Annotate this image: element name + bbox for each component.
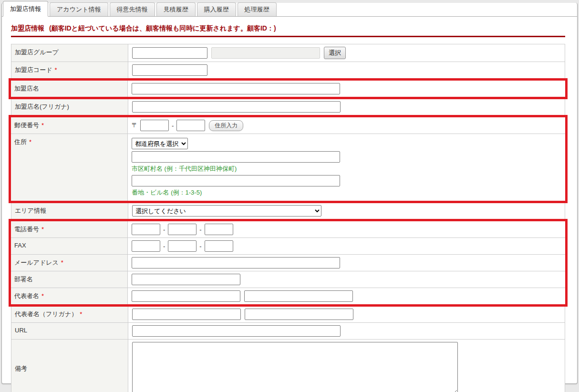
merchant-group-select-button[interactable]: 選択 (324, 47, 346, 59)
postal-code-input-2[interactable] (176, 120, 205, 131)
merchant-name-input[interactable] (132, 83, 340, 94)
label-text: 電話番号 (14, 226, 39, 233)
label-text: URL (15, 327, 27, 334)
row-email: メールアドレス* (11, 255, 565, 271)
dash-separator: - (199, 243, 201, 250)
label-text: 加盟店名 (14, 85, 39, 92)
merchant-name-value (128, 81, 565, 97)
row-postal-code: 郵便番号* 〒 - 住所入力 (11, 117, 565, 134)
email-label: メールアドレス* (11, 255, 128, 271)
notes-textarea[interactable] (132, 342, 458, 392)
row-merchant-name: 加盟店名 (11, 81, 565, 97)
phone-value: - - (128, 221, 565, 237)
label-text: 代表者名（フリガナ） (15, 310, 77, 318)
merchant-code-value (128, 62, 565, 78)
fax-input-1[interactable] (132, 240, 160, 252)
highlight-merchant-name: 加盟店名 (9, 78, 568, 99)
row-merchant-name-kana: 加盟店名(フリガナ) (11, 99, 565, 115)
street-hint: 番地・ビル名 (例：1-3-5) (132, 188, 202, 197)
postal-code-input-1[interactable] (140, 120, 169, 131)
tab-quote-history[interactable]: 見積履歴 (156, 2, 196, 16)
notes-label: 備考 (11, 340, 128, 392)
representative-kana-input-first[interactable] (245, 309, 353, 320)
merchant-group-display (211, 47, 320, 59)
dash-separator: - (163, 243, 165, 250)
phone-input-3[interactable] (205, 224, 233, 235)
tab-customer-info[interactable]: 得意先情報 (110, 2, 155, 16)
email-input[interactable] (132, 257, 340, 268)
merchant-name-kana-label: 加盟店名(フリガナ) (11, 99, 128, 115)
phone-input-1[interactable] (132, 224, 160, 235)
tab-purchase-history[interactable]: 購入履歴 (197, 2, 236, 16)
label-text: 加盟店グループ (15, 49, 59, 56)
required-marker: * (41, 292, 44, 299)
label-text: 代表者名 (14, 292, 39, 299)
representative-kana-value (128, 306, 565, 322)
merchant-form: 加盟店グループ 選択 加盟店コード* (11, 44, 565, 392)
row-area-info: エリア情報 選択してください (11, 203, 565, 219)
dash-separator: - (172, 122, 174, 129)
representative-label: 代表者名* (11, 288, 128, 304)
fax-input-3[interactable] (205, 240, 233, 252)
representative-input-last[interactable] (132, 290, 240, 302)
merchant-code-input[interactable] (132, 64, 207, 76)
row-representative-kana: 代表者名（フリガナ）* (11, 306, 565, 323)
prefecture-select[interactable]: 都道府県を選択 (132, 138, 188, 149)
representative-kana-input-last[interactable] (132, 309, 241, 320)
page-title-note: (顧客IDと紐づいている場合は、顧客情報も同時に更新されます。顧客ID：) (49, 24, 276, 32)
city-input[interactable] (132, 151, 340, 163)
tab-process-history[interactable]: 処理履歴 (238, 2, 277, 16)
department-value (128, 271, 565, 288)
row-address: 住所* 都道府県を選択 市区町村名 (例：千代田区神田神保町) 番地・ビル名 (… (11, 134, 565, 201)
merchant-group-input[interactable] (132, 47, 207, 59)
label-text: FAX (14, 242, 26, 249)
title-divider (11, 36, 565, 37)
url-input[interactable] (132, 325, 341, 337)
postal-code-value: 〒 - 住所入力 (128, 117, 565, 134)
merchant-name-kana-value (128, 99, 565, 115)
required-marker: * (80, 310, 82, 318)
required-marker: * (41, 122, 44, 129)
label-text: メールアドレス (14, 259, 59, 266)
dash-separator: - (163, 226, 165, 233)
merchant-name-label: 加盟店名 (11, 81, 128, 97)
address-lookup-button[interactable]: 住所入力 (209, 120, 243, 131)
required-marker: * (29, 138, 31, 145)
area-info-value: 選択してください (128, 203, 565, 219)
representative-input-first[interactable] (244, 290, 353, 302)
representative-kana-label: 代表者名（フリガナ）* (11, 306, 128, 322)
postal-mark: 〒 (132, 121, 138, 130)
merchant-name-kana-input[interactable] (132, 101, 341, 113)
label-text: 郵便番号 (14, 122, 39, 129)
phone-input-2[interactable] (168, 224, 196, 235)
address-label: 住所* (11, 134, 128, 201)
label-text: 住所 (14, 138, 27, 145)
address-value: 都道府県を選択 市区町村名 (例：千代田区神田神保町) 番地・ビル名 (例：1-… (128, 134, 565, 201)
page-title-text: 加盟店情報 (11, 24, 44, 32)
street-input[interactable] (132, 175, 340, 186)
page-title: 加盟店情報(顧客IDと紐づいている場合は、顧客情報も同時に更新されます。顧客ID… (11, 24, 565, 33)
label-text: 加盟店名(フリガナ) (15, 103, 69, 110)
row-department: 部署名 (11, 271, 565, 288)
required-marker: * (41, 226, 44, 233)
fax-input-2[interactable] (168, 240, 196, 252)
area-select[interactable]: 選択してください (132, 205, 321, 217)
tab-bar: 加盟店情報 アカウント情報 得意先情報 見積履歴 購入履歴 処理履歴 (2, 3, 577, 17)
label-text: エリア情報 (15, 207, 46, 214)
notes-value (128, 340, 565, 392)
tab-account-info[interactable]: アカウント情報 (50, 2, 108, 16)
postal-code-label: 郵便番号* (11, 117, 128, 134)
area-info-label: エリア情報 (11, 203, 128, 219)
row-representative: 代表者名* (11, 288, 565, 304)
email-value (128, 255, 565, 271)
fax-label: FAX (11, 238, 128, 254)
tab-merchant-info[interactable]: 加盟店情報 (3, 1, 48, 17)
required-marker: * (55, 66, 57, 73)
required-marker: * (61, 259, 63, 266)
main-panel: 加盟店情報 アカウント情報 得意先情報 見積履歴 購入履歴 処理履歴 加盟店情報… (1, 3, 578, 384)
row-merchant-group: 加盟店グループ 選択 (11, 44, 565, 62)
merchant-code-label: 加盟店コード* (11, 62, 128, 78)
department-input[interactable] (132, 274, 240, 285)
highlight-postal-address: 郵便番号* 〒 - 住所入力 住所* (9, 115, 568, 203)
fax-value: - - (128, 238, 565, 254)
